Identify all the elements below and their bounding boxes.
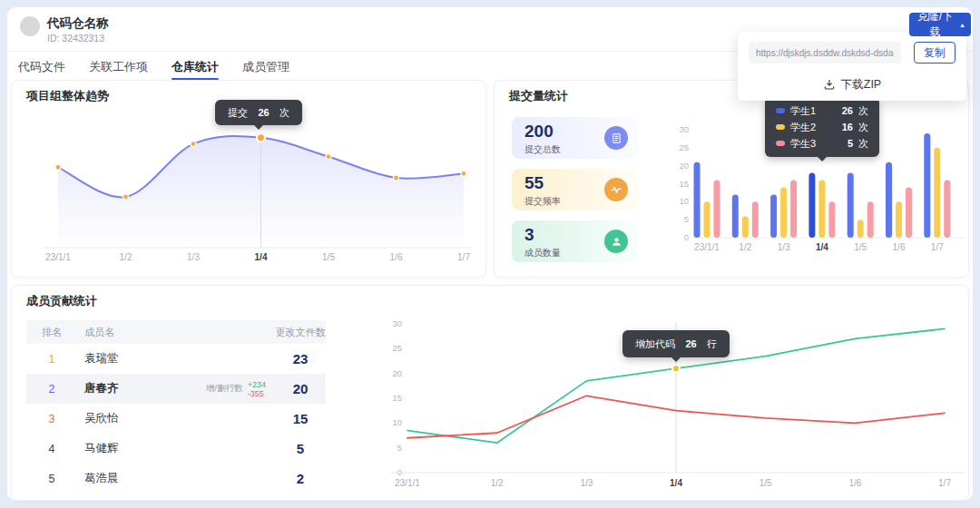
rank-cell: 4 xyxy=(26,443,77,455)
col-changed-files: 更改文件数 xyxy=(275,326,326,339)
stat-label: 提交频率 xyxy=(524,195,561,208)
lines-deleted: -355 xyxy=(248,389,266,398)
series-dot xyxy=(776,108,785,113)
svg-text:1/2: 1/2 xyxy=(491,478,504,488)
repo-id: ID: 32432313 xyxy=(47,33,104,44)
doc-icon xyxy=(604,126,628,150)
series-unit: 次 xyxy=(858,121,868,134)
table-row[interactable]: 4马健辉5 xyxy=(26,434,326,464)
lines-added: +234 xyxy=(248,380,266,389)
contribution-card: 成员贡献统计 排名 成员名 更改文件数 1袁瑞堂232唐春齐增/删行数+234-… xyxy=(11,285,969,501)
stat-card-yellow: 55提交频率 xyxy=(512,169,639,210)
files-cell: 2 xyxy=(275,471,326,486)
stat-value: 200 xyxy=(524,122,554,142)
svg-text:30: 30 xyxy=(679,124,689,134)
table-row[interactable]: 2唐春齐增/删行数+234-35520 xyxy=(26,374,326,404)
tab-bar: 代码文件关联工作项仓库统计成员管理 xyxy=(18,54,289,80)
chevron-up-icon: ▲ xyxy=(959,22,965,28)
svg-text:25: 25 xyxy=(679,142,689,152)
svg-text:1/2: 1/2 xyxy=(739,242,751,252)
svg-text:5: 5 xyxy=(684,214,689,224)
series-unit: 次 xyxy=(858,137,868,151)
tab-repo-stats[interactable]: 仓库统计 xyxy=(172,54,219,80)
svg-text:1/3: 1/3 xyxy=(778,242,790,252)
tooltip-unit: 次 xyxy=(279,106,289,120)
tooltip-value: 26 xyxy=(258,107,269,118)
clone-dropdown-panel: 复制 下载ZIP xyxy=(738,32,966,101)
svg-text:1/3: 1/3 xyxy=(187,252,200,262)
series-name: 学生1 xyxy=(790,104,837,118)
tab-code-files[interactable]: 代码文件 xyxy=(18,54,65,80)
svg-text:15: 15 xyxy=(679,179,689,189)
tab-linked-workitems[interactable]: 关联工作项 xyxy=(89,54,148,80)
table-row[interactable]: 3吴欣怡15 xyxy=(26,404,326,434)
page-title: 代码仓名称 xyxy=(47,15,109,32)
series-unit: 次 xyxy=(858,104,868,118)
tooltip-label: 增加代码 xyxy=(635,337,675,351)
series-name: 学生3 xyxy=(790,137,842,151)
files-cell: 23 xyxy=(275,351,326,366)
svg-text:1/5: 1/5 xyxy=(854,242,867,252)
tooltip-unit: 行 xyxy=(707,337,717,351)
rank-cell: 3 xyxy=(26,413,77,425)
user-icon xyxy=(604,230,628,253)
trend-tooltip: 提交 26 次 xyxy=(215,100,302,125)
download-zip-button[interactable]: 下载ZIP xyxy=(738,73,966,95)
svg-text:1/7: 1/7 xyxy=(938,478,951,488)
files-cell: 5 xyxy=(275,441,326,456)
table-header-row: 排名 成员名 更改文件数 xyxy=(26,320,326,344)
svg-text:20: 20 xyxy=(392,368,402,378)
tooltip-series-row: 学生35次 xyxy=(765,135,879,151)
contribution-card-title: 成员贡献统计 xyxy=(26,293,97,309)
commit-tooltip: 学生126次学生216次学生35次 xyxy=(765,97,879,157)
svg-text:20: 20 xyxy=(679,161,689,171)
stat-card-blue: 200提交总数 xyxy=(512,117,639,159)
col-member: 成员名 xyxy=(77,326,275,339)
svg-text:23/1/1: 23/1/1 xyxy=(694,242,720,252)
files-cell: 20 xyxy=(275,381,326,396)
tooltip-series-row: 学生216次 xyxy=(765,119,879,135)
download-zip-label: 下载ZIP xyxy=(841,77,881,93)
svg-text:30: 30 xyxy=(392,318,402,328)
svg-text:1/7: 1/7 xyxy=(457,252,470,262)
rank-cell: 5 xyxy=(26,473,77,485)
col-rank: 排名 xyxy=(26,326,77,339)
clone-download-button[interactable]: 克隆/下载 ▲ xyxy=(909,13,971,36)
trend-card-title: 项目组整体趋势 xyxy=(26,88,109,104)
tab-member-management[interactable]: 成员管理 xyxy=(242,54,289,80)
name-cell: 袁瑞堂 xyxy=(77,351,275,366)
svg-text:0: 0 xyxy=(684,232,689,242)
commit-stats-card: 提交量统计 200提交总数55提交频率3成员数量 05101520253023/… xyxy=(494,80,969,278)
svg-text:1/5: 1/5 xyxy=(760,478,772,488)
series-value: 5 xyxy=(848,138,853,149)
svg-text:1/7: 1/7 xyxy=(931,242,944,252)
svg-text:23/1/1: 23/1/1 xyxy=(395,478,420,488)
svg-text:1/2: 1/2 xyxy=(120,252,132,262)
svg-text:1/5: 1/5 xyxy=(322,252,335,262)
svg-text:5: 5 xyxy=(397,443,402,453)
lines-changed-label: 增/删行数 xyxy=(206,383,243,395)
name-cell: 吴欣怡 xyxy=(77,411,275,426)
trend-line-chart[interactable]: 23/1/11/21/31/41/51/61/7 xyxy=(24,108,478,262)
copy-button[interactable]: 复制 xyxy=(914,42,956,64)
svg-text:1/6: 1/6 xyxy=(848,478,861,488)
stat-label: 成员数量 xyxy=(524,247,561,259)
svg-text:10: 10 xyxy=(679,196,689,206)
svg-text:25: 25 xyxy=(392,343,402,353)
tooltip-value: 26 xyxy=(685,338,696,349)
svg-text:1/6: 1/6 xyxy=(390,252,403,262)
pulse-icon xyxy=(604,178,628,201)
svg-text:23/1/1: 23/1/1 xyxy=(45,252,71,262)
name-cell: 唐春齐 xyxy=(77,381,206,396)
tooltip-series-row: 学生126次 xyxy=(765,103,879,119)
download-icon xyxy=(823,78,836,91)
lines-changed: 增/删行数+234-355 xyxy=(206,380,266,398)
stat-card-green: 3成员数量 xyxy=(512,220,639,262)
code-lines-tooltip: 增加代码 26 行 xyxy=(622,330,730,357)
svg-text:1/4: 1/4 xyxy=(255,252,268,262)
table-row[interactable]: 5葛浩晨2 xyxy=(26,464,326,493)
table-row[interactable]: 1袁瑞堂23 xyxy=(26,344,326,374)
stat-label: 提交总数 xyxy=(524,143,561,156)
svg-text:1/3: 1/3 xyxy=(580,478,593,488)
clone-url-input[interactable] xyxy=(749,42,901,64)
